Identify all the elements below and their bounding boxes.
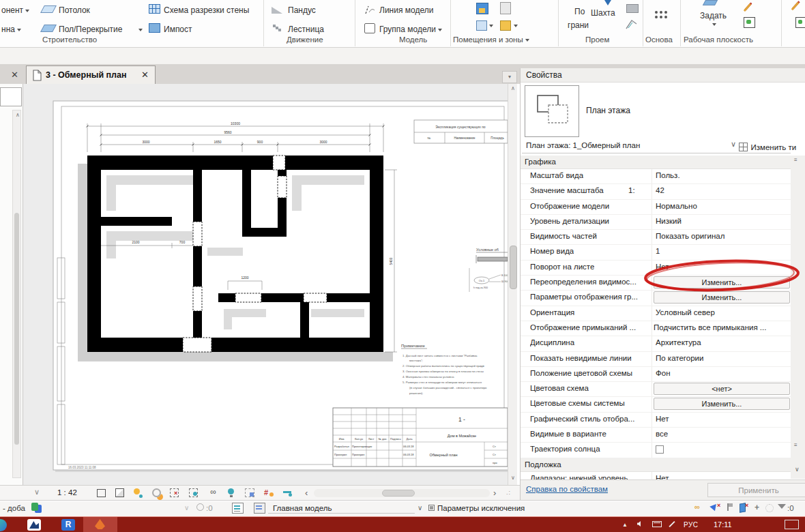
clock[interactable]: 17:11 (714, 520, 732, 529)
detail-level-icon[interactable] (97, 489, 106, 497)
chevron-down-icon[interactable]: ∨ (418, 504, 422, 512)
taskbar-app-icon-2[interactable] (27, 519, 41, 531)
area-icon[interactable] (476, 20, 487, 31)
edit-type-button[interactable]: Изменить ти (739, 141, 805, 153)
panel-splitter-handle[interactable]: ▾ (502, 71, 517, 83)
hscroll-left-icon[interactable]: ‹ (305, 488, 308, 498)
prop-value[interactable]: Показать оригинал (656, 232, 785, 240)
ribbon-cut-column-button[interactable]: нна (1, 25, 21, 34)
mullion-button[interactable]: Импост (164, 25, 192, 34)
temporary-hide-isolate-icon[interactable]: ∞ (207, 487, 219, 499)
opening-by-face-label2[interactable]: грани (568, 20, 589, 30)
canvas-scroll-thumb[interactable] (510, 246, 517, 289)
prop-value[interactable]: По категории (656, 354, 785, 362)
model-group-button[interactable]: Группа модели (379, 25, 442, 34)
view-scale-button[interactable]: 1 : 42 (57, 488, 77, 497)
curtain-grid-button[interactable]: Схема разрезки стены (164, 5, 249, 15)
taskbar-app-icon-1[interactable] (0, 519, 7, 531)
color-scheme-button[interactable]: <нет> (654, 383, 790, 395)
chevron-down-icon[interactable] (489, 25, 493, 27)
language-indicator[interactable]: РУС (684, 521, 699, 529)
type-preview[interactable] (525, 85, 579, 137)
opening-by-face-button[interactable]: По (574, 7, 585, 16)
prop-value[interactable]: 1 (656, 247, 785, 255)
prop-value[interactable]: Нормально (656, 202, 785, 210)
shadows-icon[interactable] (152, 488, 161, 497)
exclusion-checkbox[interactable] (428, 505, 435, 511)
filter-icon[interactable] (778, 504, 786, 509)
chevron-down-icon[interactable] (514, 25, 518, 27)
grid-datum-icon[interactable] (655, 11, 658, 14)
volume-icon[interactable] (637, 521, 641, 527)
pen-icon[interactable] (669, 521, 675, 527)
palette-close-icon[interactable]: ✕ (11, 70, 18, 80)
apply-button[interactable]: Применить (707, 483, 805, 497)
hscroll-right-icon[interactable]: › (493, 488, 496, 498)
drag-elements-icon[interactable]: + (755, 503, 759, 512)
panel-label-rooms[interactable]: Помещения и зоны (453, 35, 529, 44)
browser-collapse-icon[interactable]: ∨ (34, 488, 40, 497)
drawing-canvas[interactable]: 10300 9560 3000 1650 900 3000 2100 700 1… (23, 84, 517, 485)
scroll-down-icon[interactable]: ∨ (508, 473, 518, 483)
scroll-up-icon[interactable]: ∧ (13, 110, 23, 120)
system-color-schemes-button[interactable]: Изменить... (654, 398, 790, 410)
visual-style-icon[interactable] (115, 488, 124, 497)
section-header-underlay[interactable]: Подложка (521, 458, 791, 472)
section-header-graphics[interactable]: Графика (521, 156, 791, 169)
prop-value[interactable]: Условный север (656, 308, 785, 316)
prop-value[interactable]: Польз. (656, 171, 785, 179)
section-expander-icon[interactable]: ≡ (794, 157, 797, 163)
prop-value[interactable]: Подчистить все примыкания ... (654, 323, 790, 331)
browser-search-input[interactable] (0, 87, 22, 106)
floor-button[interactable]: Пол/Перекрытие (59, 25, 122, 34)
reveal-hidden-icon[interactable] (228, 488, 234, 494)
analytical-model-icon[interactable]: # (264, 488, 268, 497)
browser-scrollbar[interactable]: ∧ (12, 110, 21, 478)
chevron-down-icon[interactable]: ∨ (731, 140, 736, 149)
scroll-up-icon[interactable]: ∧ (508, 84, 518, 93)
keyboard-icon[interactable] (652, 521, 662, 527)
canvas-vscrollbar[interactable]: ∧ ∨ (508, 84, 517, 485)
link-elements-icon[interactable]: ∞ (694, 503, 700, 511)
chevron-down-icon[interactable]: ∨ (795, 466, 800, 473)
prop-value[interactable]: все (656, 430, 785, 438)
worksets-dialog-icon[interactable] (232, 503, 244, 514)
section-expander-icon[interactable]: ≡ (794, 442, 797, 448)
design-option-select[interactable]: Главная модель (273, 504, 332, 512)
model-line-button[interactable]: Линия модели (379, 5, 433, 15)
tray-expand-icon[interactable]: ▲ (622, 522, 628, 528)
chevron-down-icon[interactable] (712, 23, 716, 26)
shaft-opening-button[interactable]: Шахта (591, 8, 615, 18)
resize-grip-icon[interactable]: .: (506, 489, 511, 496)
ribbon-cut-component-button[interactable]: онент (1, 5, 29, 15)
prop-value[interactable]: Архитектура (656, 338, 785, 346)
prop-value[interactable]: Нет (656, 415, 785, 423)
taskbar-active-app[interactable] (83, 517, 117, 532)
ceiling-button[interactable]: Потолок (59, 5, 90, 15)
tab-close-icon[interactable]: ✕ (141, 70, 149, 80)
prop-value[interactable]: 42 (656, 186, 785, 194)
prop-value[interactable]: Низкий (656, 217, 785, 225)
area-boundary-icon[interactable] (500, 20, 511, 31)
stair-button[interactable]: Лестница (288, 25, 324, 34)
sun-path-checkbox[interactable] (656, 445, 664, 454)
sun-path-icon[interactable] (134, 488, 140, 494)
prop-value[interactable]: Фон (656, 369, 785, 377)
cut-pencil-icon[interactable] (791, 2, 800, 10)
ramp-button[interactable]: Пандус (288, 5, 316, 15)
design-options-icon[interactable] (254, 503, 265, 514)
hscroll-thumb[interactable] (382, 490, 415, 497)
chevron-down-icon[interactable] (138, 29, 143, 31)
dormer-opening-icon[interactable] (625, 18, 639, 30)
taskbar-revit-icon[interactable]: R (61, 519, 75, 531)
edit-workplane-pencil-icon[interactable] (744, 3, 752, 12)
chevron-down-icon[interactable]: ∨ (184, 504, 189, 512)
wall-opening-icon[interactable] (626, 4, 639, 13)
set-workplane-button[interactable]: Задать (700, 11, 727, 20)
view-tab[interactable]: 3 - Обмерный план ✕ (26, 65, 156, 84)
room-tag-icon[interactable] (500, 2, 511, 14)
browser-scroll-thumb[interactable] (14, 213, 19, 445)
worksets-icon[interactable] (196, 503, 204, 511)
hscrollbar-track[interactable] (314, 489, 490, 497)
show-desktop-button[interactable] (785, 520, 799, 529)
